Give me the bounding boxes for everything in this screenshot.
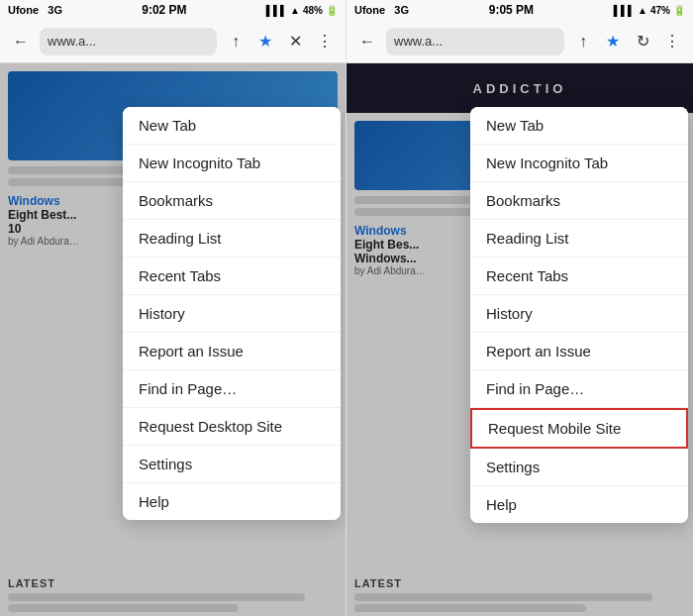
time-right: 9:05 PM [489,3,534,17]
url-text-right: www.a... [394,34,443,49]
status-icons-right: ▌▌▌ ▲ 47% 🔋 [614,5,685,16]
bookmark-button-left[interactable]: ★ [254,31,276,52]
menu-new-tab-left[interactable]: New Tab [123,107,341,145]
menu-settings-right[interactable]: Settings [470,449,688,486]
battery-left: 48% [303,5,323,16]
menu-new-incognito-tab-right[interactable]: New Incognito Tab [470,145,688,182]
page-content-right: ADDICTIO Windows Eight Bes...Windows... … [346,63,693,616]
time-left: 9:02 PM [142,3,186,17]
signal-icon-right: ▌▌▌ [614,5,635,16]
dropdown-menu-right: New Tab New Incognito Tab Bookmarks Read… [470,107,688,523]
carrier-right: Ufone 3G [354,4,409,16]
menu-new-incognito-tab-left[interactable]: New Incognito Tab [123,145,341,182]
share-button-left[interactable]: ↑ [225,31,247,52]
menu-history-left[interactable]: History [123,295,341,333]
status-icons-left: ▌▌▌ ▲ 48% 🔋 [266,5,338,16]
back-button-left[interactable]: ← [10,31,32,52]
menu-help-right[interactable]: Help [470,486,688,523]
menu-history-right[interactable]: History [470,295,688,333]
wifi-icon-right: ▲ [638,5,647,16]
menu-help-left[interactable]: Help [123,483,341,520]
dropdown-menu-left: New Tab New Incognito Tab Bookmarks Read… [123,107,341,520]
menu-request-desktop-left[interactable]: Request Desktop Site [123,408,341,446]
nav-bar-left: ← www.a... ↑ ★ ✕ ⋮ [0,20,346,63]
carrier-left: Ufone 3G [8,4,62,16]
more-button-left[interactable]: ⋮ [314,31,336,52]
nav-bar-right: ← www.a... ↑ ★ ↻ ⋮ [346,20,693,63]
battery-right: 47% [650,5,670,16]
menu-new-tab-right[interactable]: New Tab [470,107,688,145]
url-bar-left[interactable]: www.a... [40,28,217,55]
right-panel: Ufone 3G 9:05 PM ▌▌▌ ▲ 47% 🔋 ← www.a... … [346,0,693,616]
page-content-left: Windows Eight Best...10 by Adi Abdura… L… [0,63,346,616]
menu-bookmarks-left[interactable]: Bookmarks [123,182,341,220]
refresh-button-right[interactable]: ↻ [632,31,653,52]
menu-settings-left[interactable]: Settings [123,446,341,483]
menu-request-mobile-right[interactable]: Request Mobile Site [470,408,688,449]
battery-icon-right: 🔋 [673,5,685,16]
share-button-right[interactable]: ↑ [572,31,594,52]
menu-bookmarks-right[interactable]: Bookmarks [470,182,688,220]
menu-reading-list-right[interactable]: Reading List [470,220,688,257]
more-button-right[interactable]: ⋮ [661,31,683,52]
close-button-left[interactable]: ✕ [284,31,306,52]
menu-find-in-page-right[interactable]: Find in Page… [470,370,688,408]
wifi-icon: ▲ [290,5,300,16]
menu-report-issue-right[interactable]: Report an Issue [470,333,688,370]
url-bar-right[interactable]: www.a... [386,28,564,55]
status-bar-right: Ufone 3G 9:05 PM ▌▌▌ ▲ 47% 🔋 [346,0,693,20]
menu-reading-list-left[interactable]: Reading List [123,220,341,257]
back-button-right[interactable]: ← [356,31,378,52]
menu-find-in-page-left[interactable]: Find in Page… [123,370,341,408]
network-text: 3G [48,4,62,16]
battery-icon: 🔋 [326,5,338,16]
status-bar-left: Ufone 3G 9:02 PM ▌▌▌ ▲ 48% 🔋 [0,0,346,20]
menu-report-issue-left[interactable]: Report an Issue [123,333,341,370]
url-text-left: www.a... [48,34,96,49]
left-panel: Ufone 3G 9:02 PM ▌▌▌ ▲ 48% 🔋 ← www.a... … [0,0,346,616]
signal-icon: ▌▌▌ [266,5,287,16]
bookmark-button-right[interactable]: ★ [602,31,624,52]
carrier-text: Ufone [8,4,39,16]
menu-recent-tabs-right[interactable]: Recent Tabs [470,257,688,295]
menu-recent-tabs-left[interactable]: Recent Tabs [123,257,341,295]
